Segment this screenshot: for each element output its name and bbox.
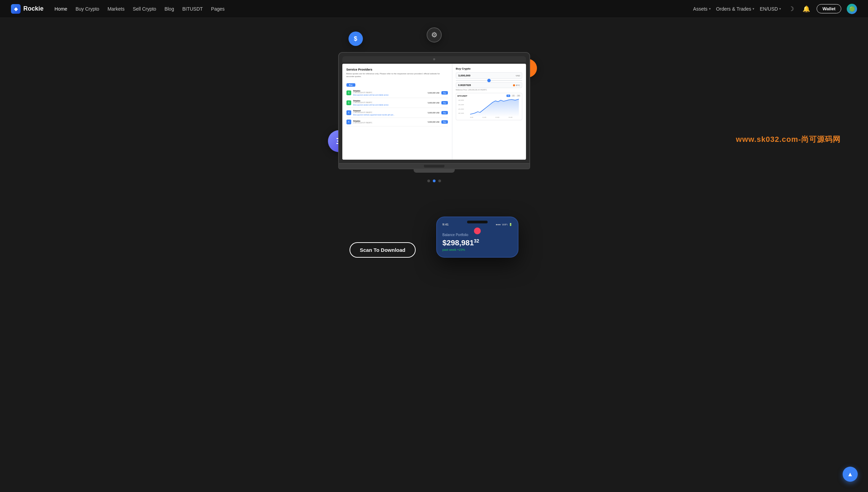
price-chart: BTCUSDT 1h 1D 1W <box>456 93 522 120</box>
buy-crypto-title: Buy Crypto <box>456 67 522 70</box>
laptop-top-bar <box>342 56 526 62</box>
hero-section: ⚙ $ ₿ Ξ ₮ Service Provid <box>0 18 868 196</box>
chart-header: BTCUSDT 1h 1D 1W <box>457 95 521 97</box>
phone-mockup: 9:41 ●●● WiFi 🔋 Balance Portfolio $298,9… <box>436 217 518 258</box>
service-simplex-icon-2: S <box>346 100 351 105</box>
scan-download-button[interactable]: Scan To Download <box>350 242 416 258</box>
navbar: ◆ Rockie Home Buy Crypto Markets Sell Cr… <box>0 0 868 18</box>
phone-status-icons: ●●● WiFi 🔋 <box>496 223 513 226</box>
laptop-camera <box>433 58 435 60</box>
navbar-right: Assets ▾ Orders & Trades ▾ EN/USD ▾ ☽ 🔔 … <box>693 4 857 14</box>
svg-text:9:00: 9:00 <box>470 116 474 118</box>
currency-dropdown[interactable]: EN/USD ▾ <box>760 6 781 12</box>
currency-chevron-icon: ▾ <box>779 7 781 11</box>
orders-chevron-icon: ▾ <box>753 7 754 11</box>
chart-tab-1w[interactable]: 1W <box>516 95 521 97</box>
dark-mode-icon[interactable]: ☽ <box>786 4 796 14</box>
nav-item-bitusdt[interactable]: BITUSDT <box>182 6 203 12</box>
balance-week-change: past week +23% <box>442 248 512 251</box>
laptop-screen: Service Providers Below quotes are for r… <box>342 64 526 160</box>
laptop-body: Service Providers Below quotes are for r… <box>338 52 530 164</box>
service-info-3: Xanpool 1,494,403,614.97 VND/BTC More pa… <box>353 110 426 116</box>
lower-section: Scan To Download 9:41 ●●● WiFi 🔋 Balance… <box>0 196 868 271</box>
chart-title: BTCUSDT <box>457 95 467 97</box>
assets-chevron-icon: ▾ <box>709 7 711 11</box>
reference-price: Reference Price: 1,650,000,261.42 VND/BT… <box>456 89 522 91</box>
carousel-dots <box>427 180 441 182</box>
phone-wifi-icon: WiFi <box>502 223 508 226</box>
settings-coin-icon: ⚙ <box>427 27 442 42</box>
phone-notch <box>467 221 488 223</box>
buy-swap-icon[interactable] <box>487 79 491 82</box>
avatar[interactable]: 🟢 <box>847 4 857 14</box>
service-providers-title: Service Providers <box>346 68 448 71</box>
screen-right-panel: Buy Crypto 3,000,000 VND 0.00207026 <box>452 64 526 160</box>
nav-item-sell-crypto[interactable]: Sell Crypto <box>133 6 156 12</box>
assets-dropdown[interactable]: Assets ▾ <box>693 6 711 12</box>
row-buy-button-3[interactable]: Buy <box>441 111 448 114</box>
btc-currency-label: BTC <box>513 84 520 86</box>
buy-result-amount: 0.00207026 BTC <box>456 82 522 88</box>
brand-logo[interactable]: ◆ Rockie <box>11 4 44 14</box>
screen-left-panel: Service Providers Below quotes are for r… <box>342 64 453 160</box>
phone-battery-icon: 🔋 <box>509 223 512 226</box>
row-buy-button-2[interactable]: Buy <box>441 101 448 104</box>
scroll-to-top-button[interactable]: ▲ <box>843 467 858 482</box>
service-xanpool-icon-2: X <box>346 120 351 124</box>
service-info-2: Simplex 1,494,403,614.97 VND/BTC More pa… <box>353 100 426 106</box>
service-row: X Xanpool 1,494,403,614.97 VND/BTC More … <box>346 108 448 118</box>
brand-icon: ◆ <box>11 4 21 14</box>
service-providers-subtitle: Below quotes are for reference only. Ple… <box>346 72 448 78</box>
svg-text:42,500: 42,500 <box>459 113 464 114</box>
notification-icon[interactable]: 🔔 <box>802 4 811 14</box>
laptop-stand <box>414 169 455 173</box>
dollar-coin-icon: $ <box>349 32 363 46</box>
navbar-left: ◆ Rockie Home Buy Crypto Markets Sell Cr… <box>11 4 225 14</box>
laptop-mockup: ⚙ $ ₿ Ξ ₮ Service Provid <box>338 52 530 173</box>
wallet-button[interactable]: Wallet <box>817 4 841 13</box>
main-content: ⚙ $ ₿ Ξ ₮ Service Provid <box>0 0 868 492</box>
laptop-base <box>338 164 530 169</box>
btc-dot-icon <box>513 84 515 86</box>
phone-signal-icon: ●●● <box>496 223 501 226</box>
balance-amount: $298,98132 <box>442 238 512 247</box>
chart-tab-1d[interactable]: 1D <box>511 95 515 97</box>
nav-links: Home Buy Crypto Markets Sell Crypto Blog… <box>54 6 225 12</box>
svg-text:11:00: 11:00 <box>482 116 487 118</box>
service-row: S Simplex 1,494,403,614.97 VND/BTC More … <box>346 88 448 98</box>
service-info: Simplex 1,494,403,614.97 VND/BTC More pa… <box>353 90 426 96</box>
carousel-dot-3[interactable] <box>438 180 441 182</box>
phone-time: 9:41 <box>442 223 449 226</box>
scan-download-area: Scan To Download <box>350 242 416 258</box>
service-xanpool-icon: X <box>346 110 351 115</box>
carousel-dot-active[interactable] <box>433 180 436 182</box>
service-row: X Simplex 1,494,403,614.97 VND/BTC 5,000… <box>346 118 448 126</box>
carousel-dot[interactable] <box>427 180 430 182</box>
nav-item-pages[interactable]: Pages <box>211 6 225 12</box>
chart-svg: 44,000 43,500 43,000 42,500 9:00 11 <box>457 98 521 118</box>
svg-text:44,000: 44,000 <box>459 100 464 101</box>
balance-change-positive: +23% <box>457 248 465 251</box>
row-buy-button[interactable]: Buy <box>441 91 448 95</box>
svg-text:43,500: 43,500 <box>459 104 464 106</box>
buy-divider <box>456 80 522 81</box>
orders-trades-dropdown[interactable]: Orders & Trades ▾ <box>716 6 755 12</box>
brand-name: Rockie <box>23 5 44 12</box>
nav-item-markets[interactable]: Markets <box>108 6 125 12</box>
service-simplex-icon: S <box>346 90 351 95</box>
nav-item-buy-crypto[interactable]: Buy Crypto <box>75 6 99 12</box>
svg-text:15:00: 15:00 <box>509 116 513 118</box>
svg-text:13:00: 13:00 <box>496 116 500 118</box>
nav-item-blog[interactable]: Blog <box>164 6 174 12</box>
watermark: www.sk032.com-尚可源码网 <box>736 134 841 145</box>
row-buy-button-4[interactable]: Buy <box>441 120 448 124</box>
laptop-notch <box>424 165 444 168</box>
screen-buy-button[interactable]: Buy <box>346 83 355 87</box>
chart-tabs: 1h 1D 1W <box>506 95 521 97</box>
svg-text:43,000: 43,000 <box>459 108 464 110</box>
service-info-4: Simplex 1,494,403,614.97 VND/BTC <box>353 120 426 124</box>
service-row: S Simplex 1,494,403,614.97 VND/BTC More … <box>346 98 448 108</box>
chart-tab-1h[interactable]: 1h <box>506 95 510 97</box>
buy-input-amount: 3,000,000 VND <box>456 72 522 79</box>
nav-item-home[interactable]: Home <box>54 6 67 12</box>
